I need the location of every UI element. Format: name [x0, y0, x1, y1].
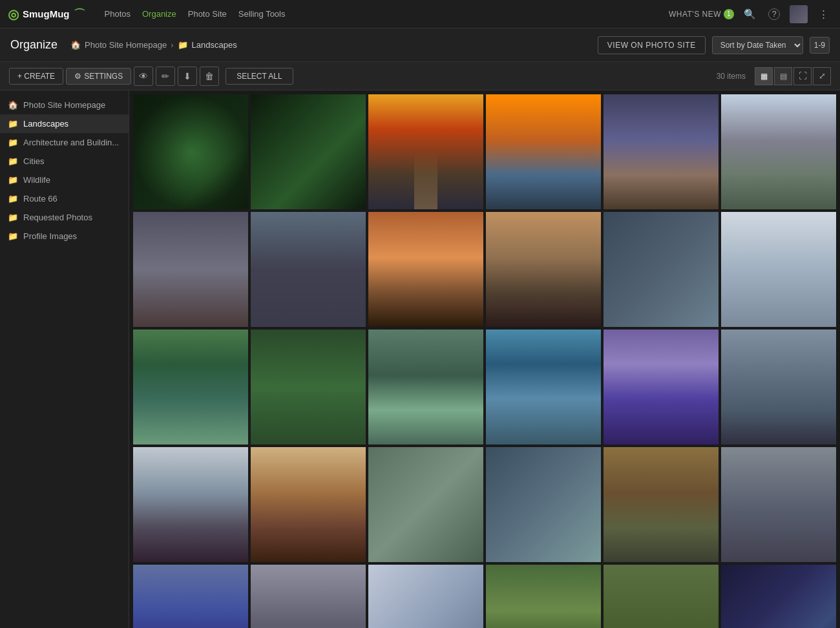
- photo-cell-30[interactable]: [721, 565, 836, 628]
- fullscreen-button[interactable]: ⤢: [813, 67, 831, 85]
- fullscreen-icon: ⤢: [819, 71, 826, 81]
- logo-swoosh: ⌒: [74, 6, 85, 22]
- photo-cell-29[interactable]: [604, 565, 719, 628]
- folder-route66-icon: 📁: [8, 194, 18, 204]
- main-layout: 🏠 Photo Site Homepage 📁 Landscapes 📁 Arc…: [0, 90, 840, 628]
- photo-cell-6[interactable]: [721, 94, 836, 209]
- logo[interactable]: ◎ SmugMug ⌒: [8, 6, 85, 22]
- settings-button[interactable]: ⚙ SETTINGS: [66, 68, 131, 85]
- settings-label: SETTINGS: [84, 72, 123, 81]
- whats-new-button[interactable]: WHAT'S NEW 1: [669, 9, 734, 19]
- download-button[interactable]: ⬇: [178, 67, 197, 86]
- photo-cell-24[interactable]: [721, 447, 836, 562]
- sidebar-label-architecture: Architecture and Buildin...: [23, 138, 119, 147]
- folder-architecture-icon: 📁: [8, 138, 18, 147]
- nav-photo-site[interactable]: Photo Site: [188, 9, 227, 19]
- photo-cell-3[interactable]: [368, 94, 483, 209]
- photo-cell-16[interactable]: [486, 330, 601, 445]
- home-icon: 🏠: [70, 40, 81, 50]
- folder-wildlife-icon: 📁: [8, 175, 18, 185]
- download-icon: ⬇: [184, 71, 191, 81]
- photo-grid-container: [129, 90, 840, 628]
- view-on-site-button[interactable]: VIEW ON PHOTO SITE: [598, 36, 706, 54]
- photo-grid: [133, 94, 836, 628]
- photo-cell-17[interactable]: [604, 330, 719, 445]
- folder-landscapes-icon: 📁: [8, 119, 18, 129]
- folder-cities-icon: 📁: [8, 156, 18, 166]
- sidebar-item-wildlife[interactable]: 📁 Wildlife: [0, 171, 129, 189]
- search-button[interactable]: 🔍: [740, 5, 759, 23]
- nav-links: Photos Organize Photo Site Selling Tools: [105, 9, 286, 19]
- help-icon: ?: [768, 8, 780, 20]
- whats-new-badge: 1: [724, 9, 734, 19]
- sort-select[interactable]: Sort by Date Taken: [712, 36, 803, 54]
- breadcrumb-home[interactable]: Photo Site Homepage: [85, 40, 167, 50]
- select-all-button[interactable]: SELECT ALL: [226, 68, 293, 85]
- photo-cell-22[interactable]: [486, 447, 601, 562]
- photo-cell-26[interactable]: [251, 565, 366, 628]
- folder-icon: 📁: [178, 40, 188, 50]
- page-title: Organize: [10, 38, 58, 52]
- sidebar-label-cities: Cities: [23, 156, 45, 166]
- photo-cell-19[interactable]: [133, 447, 248, 562]
- photo-cell-18[interactable]: [721, 330, 836, 445]
- sidebar-item-landscapes[interactable]: 📁 Landscapes: [0, 114, 129, 133]
- grid-view-button[interactable]: ▦: [755, 67, 773, 85]
- view-on-site-label: VIEW ON PHOTO SITE: [607, 41, 696, 50]
- photo-cell-4[interactable]: [486, 94, 601, 209]
- edit-button[interactable]: ✏: [156, 67, 175, 86]
- expand-button[interactable]: ⛶: [793, 67, 812, 85]
- photo-cell-15[interactable]: [368, 330, 483, 445]
- photo-cell-23[interactable]: [604, 447, 719, 562]
- sidebar-item-profile-images[interactable]: 📁 Profile Images: [0, 227, 129, 246]
- nav-right: WHAT'S NEW 1 🔍 ? ⋮: [669, 5, 832, 23]
- sidebar-label-route-66: Route 66: [23, 194, 58, 204]
- search-icon: 🔍: [744, 8, 756, 20]
- gear-icon: ⚙: [74, 72, 81, 81]
- sidebar-label-requested-photos: Requested Photos: [23, 213, 92, 222]
- photo-cell-8[interactable]: [251, 212, 366, 327]
- sidebar-label-photo-site-homepage: Photo Site Homepage: [23, 100, 105, 110]
- sidebar-item-requested-photos[interactable]: 📁 Requested Photos: [0, 208, 129, 227]
- more-icon: ⋮: [819, 8, 828, 20]
- create-label: + CREATE: [17, 72, 55, 81]
- list-view-button[interactable]: ▤: [774, 67, 792, 85]
- photo-cell-27[interactable]: [368, 565, 483, 628]
- photo-cell-25[interactable]: [133, 565, 248, 628]
- sidebar-item-photo-site-homepage[interactable]: 🏠 Photo Site Homepage: [0, 96, 129, 114]
- expand-icon: ⛶: [799, 71, 807, 81]
- help-button[interactable]: ?: [765, 5, 783, 23]
- item-count: 30 items: [717, 72, 746, 81]
- avatar[interactable]: [790, 5, 808, 23]
- breadcrumb-separator: ›: [171, 40, 173, 50]
- nav-photos[interactable]: Photos: [105, 9, 131, 19]
- nav-selling-tools[interactable]: Selling Tools: [238, 9, 286, 19]
- organize-header: Organize 🏠 Photo Site Homepage › 📁 Lands…: [0, 28, 840, 62]
- photo-cell-11[interactable]: [604, 212, 719, 327]
- photo-cell-7[interactable]: [133, 212, 248, 327]
- sidebar-item-architecture[interactable]: 📁 Architecture and Buildin...: [0, 133, 129, 152]
- delete-button[interactable]: 🗑: [200, 67, 219, 86]
- header-right: VIEW ON PHOTO SITE Sort by Date Taken 1-…: [598, 36, 830, 54]
- sidebar-item-cities[interactable]: 📁 Cities: [0, 152, 129, 171]
- sidebar-item-route-66[interactable]: 📁 Route 66: [0, 189, 129, 208]
- logo-icon: ◎: [8, 6, 19, 22]
- create-button[interactable]: + CREATE: [9, 68, 63, 85]
- photo-cell-9[interactable]: [368, 212, 483, 327]
- photo-cell-13[interactable]: [133, 330, 248, 445]
- photo-cell-14[interactable]: [251, 330, 366, 445]
- photo-cell-21[interactable]: [368, 447, 483, 562]
- sidebar-label-landscapes: Landscapes: [23, 119, 68, 129]
- photo-cell-10[interactable]: [486, 212, 601, 327]
- photo-cell-1[interactable]: [133, 94, 248, 209]
- eye-button[interactable]: 👁: [134, 67, 153, 86]
- photo-cell-20[interactable]: [251, 447, 366, 562]
- sidebar-label-profile-images: Profile Images: [23, 231, 77, 241]
- photo-cell-2[interactable]: [251, 94, 366, 209]
- photo-cell-28[interactable]: [486, 565, 601, 628]
- sort-num: 1-9: [810, 37, 830, 54]
- more-menu-button[interactable]: ⋮: [814, 5, 832, 23]
- nav-organize[interactable]: Organize: [142, 9, 176, 19]
- photo-cell-5[interactable]: [604, 94, 719, 209]
- photo-cell-12[interactable]: [721, 212, 836, 327]
